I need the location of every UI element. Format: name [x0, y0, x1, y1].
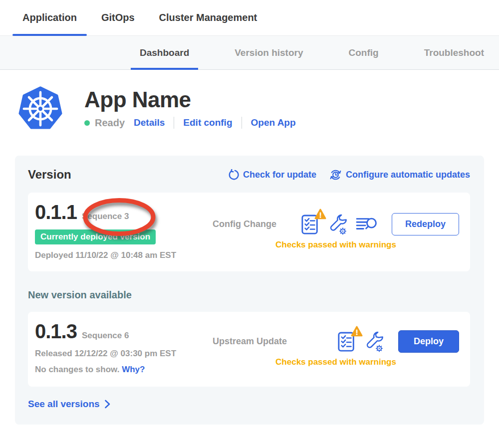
current-version-number: 0.1.1	[35, 201, 77, 224]
top-tab-gitops[interactable]: GitOps	[91, 0, 145, 35]
tab-version-history[interactable]: Version history	[226, 36, 312, 69]
currently-deployed-badge: Currently deployed version	[35, 229, 156, 244]
new-version-heading: New version available	[28, 289, 470, 301]
new-version-icons	[337, 331, 384, 353]
new-version-actions: Upstream Update	[200, 319, 459, 379]
preflight-checks-icon[interactable]	[301, 214, 320, 235]
open-app-link[interactable]: Open App	[251, 117, 296, 128]
new-version-number: 0.1.3	[35, 320, 77, 343]
edit-config-link[interactable]: Edit config	[183, 117, 232, 128]
version-source-label: Upstream Update	[213, 336, 287, 347]
version-card-header: Version Check for update	[28, 168, 470, 182]
deploy-button[interactable]: Deploy	[398, 330, 459, 353]
refresh-icon	[228, 169, 239, 181]
divider	[174, 117, 174, 129]
page: Application GitOps Cluster Management Da…	[0, 0, 499, 448]
see-all-versions-link[interactable]: See all versions	[28, 399, 111, 410]
config-wrench-icon[interactable]	[364, 331, 384, 353]
app-header: App Name Ready Details Edit config Open …	[17, 86, 499, 132]
configure-automatic-updates-link[interactable]: Configure automatic updates	[329, 169, 470, 181]
tab-config[interactable]: Config	[340, 36, 388, 69]
top-tab-application[interactable]: Application	[12, 0, 87, 35]
released-timestamp: Released 12/12/22 @ 03:30 pm EST	[35, 349, 200, 359]
version-card-title: Version	[28, 168, 71, 182]
tab-troubleshoot[interactable]: Troubleshoot	[415, 36, 493, 69]
current-version-info: 0.1.1 Sequence 3 Currently deployed vers…	[35, 200, 200, 263]
current-version-row: 0.1.1 Sequence 3 Currently deployed vers…	[28, 193, 470, 271]
new-version-info: 0.1.3 Sequence 6 Released 12/12/22 @ 03:…	[35, 319, 200, 379]
version-card: Version Check for update	[15, 156, 484, 425]
no-changes-line: No changes to show. Why?	[35, 365, 200, 375]
see-all-versions-label: See all versions	[28, 399, 100, 410]
auto-update-clock-icon	[329, 169, 342, 181]
kubernetes-logo	[17, 86, 63, 132]
current-checks-status: Checks passed with warnings	[213, 240, 459, 250]
current-version-sequence: Sequence 3	[82, 212, 129, 222]
preflight-checks-icon[interactable]	[337, 331, 356, 352]
warning-triangle-icon	[314, 209, 326, 220]
no-changes-text: No changes to show.	[35, 365, 119, 374]
top-nav: Application GitOps Cluster Management	[0, 0, 499, 36]
current-version-icons	[301, 214, 378, 235]
check-for-update-link[interactable]: Check for update	[228, 169, 316, 181]
deployed-timestamp: Deployed 11/10/22 @ 10:48 am EST	[35, 250, 200, 260]
release-notes-icon[interactable]	[356, 216, 378, 233]
new-version-row: 0.1.3 Sequence 6 Released 12/12/22 @ 03:…	[28, 312, 470, 387]
redeploy-button[interactable]: Redeploy	[392, 213, 459, 235]
tab-dashboard[interactable]: Dashboard	[131, 36, 198, 69]
new-checks-status: Checks passed with warnings	[213, 357, 459, 367]
configure-automatic-updates-label: Configure automatic updates	[346, 170, 470, 180]
warning-triangle-icon	[351, 326, 363, 337]
new-version-sequence: Sequence 6	[82, 331, 129, 341]
status-row: Ready Details Edit config Open App	[84, 117, 296, 129]
status-badge: Ready	[95, 117, 125, 129]
current-version-actions: Config Change	[200, 200, 459, 263]
divider	[242, 117, 242, 129]
sub-nav: Dashboard Version history Config Trouble…	[0, 36, 499, 70]
config-wrench-icon[interactable]	[328, 214, 348, 235]
ready-status-dot-icon	[84, 120, 90, 126]
top-tab-cluster-management[interactable]: Cluster Management	[149, 0, 267, 35]
details-link[interactable]: Details	[134, 117, 165, 128]
version-source-label: Config Change	[213, 219, 276, 229]
page-title: App Name	[84, 89, 296, 111]
check-for-update-label: Check for update	[243, 170, 316, 180]
title-block: App Name Ready Details Edit config Open …	[84, 86, 296, 129]
chevron-right-icon	[104, 400, 111, 409]
version-card-actions: Check for update Configure automatic upd…	[228, 169, 470, 181]
why-link[interactable]: Why?	[122, 365, 145, 374]
